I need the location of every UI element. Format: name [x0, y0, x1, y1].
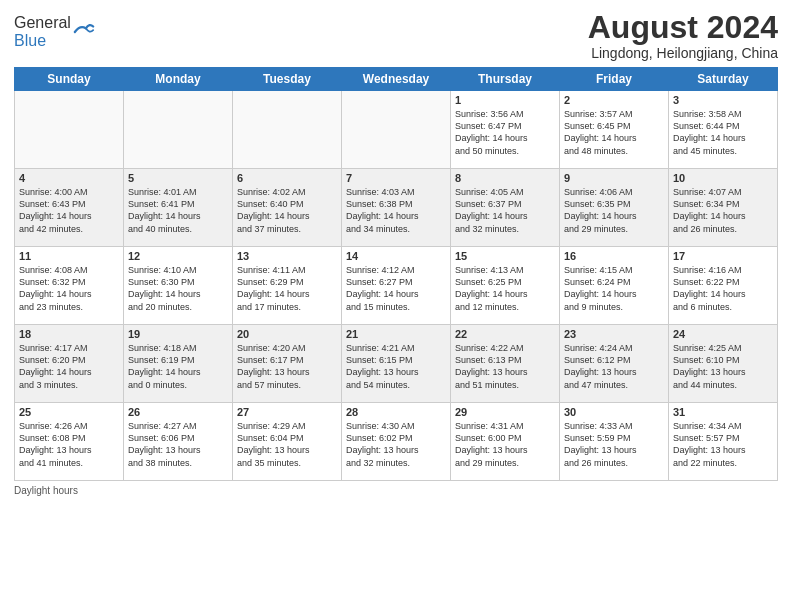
day-info: Sunrise: 4:05 AM Sunset: 6:37 PM Dayligh… — [455, 186, 555, 235]
day-info: Sunrise: 4:03 AM Sunset: 6:38 PM Dayligh… — [346, 186, 446, 235]
day-info: Sunrise: 4:00 AM Sunset: 6:43 PM Dayligh… — [19, 186, 119, 235]
calendar-cell: 22Sunrise: 4:22 AM Sunset: 6:13 PM Dayli… — [451, 325, 560, 403]
day-info: Sunrise: 4:06 AM Sunset: 6:35 PM Dayligh… — [564, 186, 664, 235]
day-number: 31 — [673, 406, 773, 418]
day-info: Sunrise: 4:22 AM Sunset: 6:13 PM Dayligh… — [455, 342, 555, 391]
calendar-cell: 8Sunrise: 4:05 AM Sunset: 6:37 PM Daylig… — [451, 169, 560, 247]
calendar-cell: 6Sunrise: 4:02 AM Sunset: 6:40 PM Daylig… — [233, 169, 342, 247]
day-number: 23 — [564, 328, 664, 340]
day-info: Sunrise: 4:31 AM Sunset: 6:00 PM Dayligh… — [455, 420, 555, 469]
day-info: Sunrise: 4:21 AM Sunset: 6:15 PM Dayligh… — [346, 342, 446, 391]
day-info: Sunrise: 4:13 AM Sunset: 6:25 PM Dayligh… — [455, 264, 555, 313]
calendar-cell: 16Sunrise: 4:15 AM Sunset: 6:24 PM Dayli… — [560, 247, 669, 325]
day-info: Sunrise: 4:20 AM Sunset: 6:17 PM Dayligh… — [237, 342, 337, 391]
day-info: Sunrise: 4:24 AM Sunset: 6:12 PM Dayligh… — [564, 342, 664, 391]
logo-blue-text: Blue — [14, 32, 46, 49]
calendar-week-row: 25Sunrise: 4:26 AM Sunset: 6:08 PM Dayli… — [15, 403, 778, 481]
footer: Daylight hours — [14, 485, 778, 496]
calendar-cell — [342, 91, 451, 169]
day-number: 4 — [19, 172, 119, 184]
calendar-cell: 24Sunrise: 4:25 AM Sunset: 6:10 PM Dayli… — [669, 325, 778, 403]
day-info: Sunrise: 4:17 AM Sunset: 6:20 PM Dayligh… — [19, 342, 119, 391]
day-header-friday: Friday — [560, 68, 669, 91]
calendar-cell: 31Sunrise: 4:34 AM Sunset: 5:57 PM Dayli… — [669, 403, 778, 481]
calendar-cell: 30Sunrise: 4:33 AM Sunset: 5:59 PM Dayli… — [560, 403, 669, 481]
day-info: Sunrise: 4:07 AM Sunset: 6:34 PM Dayligh… — [673, 186, 773, 235]
day-number: 12 — [128, 250, 228, 262]
day-info: Sunrise: 3:58 AM Sunset: 6:44 PM Dayligh… — [673, 108, 773, 157]
day-number: 1 — [455, 94, 555, 106]
day-number: 28 — [346, 406, 446, 418]
calendar-cell: 27Sunrise: 4:29 AM Sunset: 6:04 PM Dayli… — [233, 403, 342, 481]
day-info: Sunrise: 4:18 AM Sunset: 6:19 PM Dayligh… — [128, 342, 228, 391]
calendar-cell: 9Sunrise: 4:06 AM Sunset: 6:35 PM Daylig… — [560, 169, 669, 247]
day-number: 26 — [128, 406, 228, 418]
daylight-label: Daylight hours — [14, 485, 78, 496]
day-number: 16 — [564, 250, 664, 262]
calendar-cell: 28Sunrise: 4:30 AM Sunset: 6:02 PM Dayli… — [342, 403, 451, 481]
day-number: 17 — [673, 250, 773, 262]
calendar-cell: 7Sunrise: 4:03 AM Sunset: 6:38 PM Daylig… — [342, 169, 451, 247]
day-number: 15 — [455, 250, 555, 262]
day-number: 7 — [346, 172, 446, 184]
day-info: Sunrise: 4:02 AM Sunset: 6:40 PM Dayligh… — [237, 186, 337, 235]
day-header-thursday: Thursday — [451, 68, 560, 91]
day-number: 21 — [346, 328, 446, 340]
day-number: 5 — [128, 172, 228, 184]
day-info: Sunrise: 4:33 AM Sunset: 5:59 PM Dayligh… — [564, 420, 664, 469]
calendar-cell: 13Sunrise: 4:11 AM Sunset: 6:29 PM Dayli… — [233, 247, 342, 325]
day-number: 8 — [455, 172, 555, 184]
header: General Blue August 2024 Lingdong, Heilo… — [14, 10, 778, 61]
calendar-cell: 3Sunrise: 3:58 AM Sunset: 6:44 PM Daylig… — [669, 91, 778, 169]
day-number: 13 — [237, 250, 337, 262]
day-info: Sunrise: 4:34 AM Sunset: 5:57 PM Dayligh… — [673, 420, 773, 469]
day-number: 20 — [237, 328, 337, 340]
calendar-cell — [15, 91, 124, 169]
calendar-cell: 14Sunrise: 4:12 AM Sunset: 6:27 PM Dayli… — [342, 247, 451, 325]
calendar-cell: 25Sunrise: 4:26 AM Sunset: 6:08 PM Dayli… — [15, 403, 124, 481]
day-number: 29 — [455, 406, 555, 418]
month-year-title: August 2024 — [588, 10, 778, 45]
calendar-cell: 15Sunrise: 4:13 AM Sunset: 6:25 PM Dayli… — [451, 247, 560, 325]
day-info: Sunrise: 3:57 AM Sunset: 6:45 PM Dayligh… — [564, 108, 664, 157]
day-info: Sunrise: 4:30 AM Sunset: 6:02 PM Dayligh… — [346, 420, 446, 469]
calendar-cell: 23Sunrise: 4:24 AM Sunset: 6:12 PM Dayli… — [560, 325, 669, 403]
day-number: 27 — [237, 406, 337, 418]
day-info: Sunrise: 4:01 AM Sunset: 6:41 PM Dayligh… — [128, 186, 228, 235]
calendar-cell: 10Sunrise: 4:07 AM Sunset: 6:34 PM Dayli… — [669, 169, 778, 247]
day-info: Sunrise: 4:10 AM Sunset: 6:30 PM Dayligh… — [128, 264, 228, 313]
calendar-cell: 19Sunrise: 4:18 AM Sunset: 6:19 PM Dayli… — [124, 325, 233, 403]
calendar-week-row: 1Sunrise: 3:56 AM Sunset: 6:47 PM Daylig… — [15, 91, 778, 169]
day-number: 10 — [673, 172, 773, 184]
calendar-cell: 20Sunrise: 4:20 AM Sunset: 6:17 PM Dayli… — [233, 325, 342, 403]
calendar-cell: 5Sunrise: 4:01 AM Sunset: 6:41 PM Daylig… — [124, 169, 233, 247]
day-info: Sunrise: 4:29 AM Sunset: 6:04 PM Dayligh… — [237, 420, 337, 469]
day-info: Sunrise: 4:15 AM Sunset: 6:24 PM Dayligh… — [564, 264, 664, 313]
day-info: Sunrise: 4:11 AM Sunset: 6:29 PM Dayligh… — [237, 264, 337, 313]
calendar-cell — [124, 91, 233, 169]
calendar-cell: 4Sunrise: 4:00 AM Sunset: 6:43 PM Daylig… — [15, 169, 124, 247]
day-info: Sunrise: 4:25 AM Sunset: 6:10 PM Dayligh… — [673, 342, 773, 391]
title-block: August 2024 Lingdong, Heilongjiang, Chin… — [588, 10, 778, 61]
logo: General Blue — [14, 14, 95, 50]
day-header-tuesday: Tuesday — [233, 68, 342, 91]
logo-general-text: General — [14, 14, 71, 31]
calendar-week-row: 11Sunrise: 4:08 AM Sunset: 6:32 PM Dayli… — [15, 247, 778, 325]
day-number: 11 — [19, 250, 119, 262]
day-number: 18 — [19, 328, 119, 340]
logo-icon — [73, 21, 95, 43]
page: General Blue August 2024 Lingdong, Heilo… — [0, 0, 792, 612]
days-header-row: SundayMondayTuesdayWednesdayThursdayFrid… — [15, 68, 778, 91]
day-info: Sunrise: 4:08 AM Sunset: 6:32 PM Dayligh… — [19, 264, 119, 313]
day-number: 2 — [564, 94, 664, 106]
day-number: 24 — [673, 328, 773, 340]
calendar-cell: 17Sunrise: 4:16 AM Sunset: 6:22 PM Dayli… — [669, 247, 778, 325]
calendar-cell: 1Sunrise: 3:56 AM Sunset: 6:47 PM Daylig… — [451, 91, 560, 169]
day-number: 9 — [564, 172, 664, 184]
day-number: 19 — [128, 328, 228, 340]
day-number: 30 — [564, 406, 664, 418]
day-info: Sunrise: 4:27 AM Sunset: 6:06 PM Dayligh… — [128, 420, 228, 469]
day-number: 25 — [19, 406, 119, 418]
day-header-saturday: Saturday — [669, 68, 778, 91]
calendar-cell: 26Sunrise: 4:27 AM Sunset: 6:06 PM Dayli… — [124, 403, 233, 481]
